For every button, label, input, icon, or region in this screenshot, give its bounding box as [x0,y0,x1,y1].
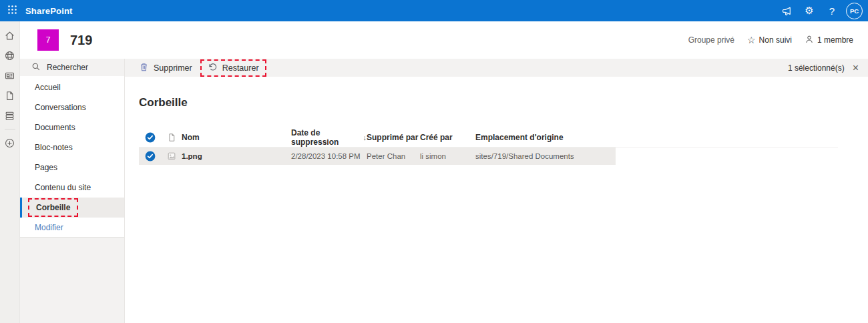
suite-bar: SharePoint ⚙ ? PC [0,0,868,21]
members-count-label: 1 membre [817,35,853,45]
list-header-row: Nom Date de suppression ↓ Supprimé par C… [139,127,838,147]
file-type-column-icon[interactable] [162,133,182,142]
row-deleted-by: Peter Chan [367,152,420,160]
delete-button[interactable]: Supprimer [139,62,192,74]
globe-icon[interactable] [0,45,20,65]
nav-label: Accueil [35,83,61,92]
sidebar-item-pages[interactable]: Pages [20,157,124,178]
page-title: Corbeille [139,96,868,109]
home-icon[interactable] [0,25,20,45]
site-header: 7 719 Groupe privé ☆ Non suivi 1 membre [20,21,868,59]
search-placeholder: Rechercher [47,63,88,72]
selection-status: 1 sélectionné(s) × [788,63,859,73]
megaphone-icon[interactable] [778,0,795,21]
column-header-deleted-by[interactable]: Supprimé par [367,133,420,142]
app-launcher-button[interactable] [0,0,24,21]
row-created-by: li simon [420,152,475,160]
command-bar: Supprimer Restaurer 1 sélectionné(s) × [125,59,868,77]
restore-button[interactable]: Restaurer [208,62,259,74]
follow-label: Non suivi [759,35,792,45]
app-rail [0,21,20,323]
sharepoint-brand-link[interactable]: SharePoint [25,6,73,16]
row-file-name[interactable]: 1.png [182,152,291,160]
column-header-name[interactable]: Nom [182,133,291,142]
row-original-location: sites/719/Shared Documents [475,152,616,160]
site-title: 719 [70,33,92,48]
column-header-original-location[interactable]: Emplacement d'origine [475,133,616,142]
sidebar-item-accueil[interactable]: Accueil [20,77,124,97]
settings-gear-icon[interactable]: ⚙ [801,0,818,21]
column-header-label: Date de suppression [291,128,361,147]
trash-icon [139,62,149,74]
sidebar-item-contenu-du-site[interactable]: Contenu du site [20,178,124,198]
sidebar-item-conversations[interactable]: Conversations [20,97,124,117]
sharepoint-recycle-bin-page: SharePoint ⚙ ? PC [0,0,868,323]
sidebar-item-bloc-notes[interactable]: Bloc-notes [20,137,124,157]
search-icon [31,62,41,73]
site-members-button[interactable]: 1 membre [805,35,853,46]
account-avatar[interactable]: PC [846,3,863,19]
star-icon: ☆ [747,35,756,45]
sidebar-item-corbeille[interactable]: Corbeille [20,198,124,218]
help-icon[interactable]: ? [823,0,841,21]
row-checkbox[interactable] [139,151,162,162]
nav-label: Pages [35,163,57,172]
rail-divider [5,129,15,129]
sidebar-item-documents[interactable]: Documents [20,117,124,137]
nav-label: Documents [35,123,75,132]
column-header-date-deleted[interactable]: Date de suppression ↓ [291,128,367,147]
lists-icon[interactable] [0,105,20,125]
news-icon[interactable] [0,65,20,85]
image-file-icon [162,151,182,161]
site-logo[interactable]: 7 [37,29,59,51]
selection-count-label: 1 sélectionné(s) [788,63,845,73]
row-date-deleted: 2/28/2023 10:58 PM [291,152,367,160]
main-content: Supprimer Restaurer 1 sélectionné(s) × C… [125,59,868,323]
restore-annotation-box: Restaurer [200,59,266,77]
search-input[interactable]: Rechercher [20,59,124,76]
nav-label: Corbeille [36,203,70,212]
delete-label: Supprimer [154,63,192,73]
nav-list: Accueil Conversations Documents Bloc-not… [20,76,124,238]
sidebar-item-modifier[interactable]: Modifier [20,218,124,238]
document-icon[interactable] [0,85,20,105]
corbeille-annotation-box: Corbeille [28,198,78,217]
nav-label: Bloc-notes [35,143,73,152]
person-icon [805,35,814,46]
suite-bar-actions: ⚙ ? PC [778,0,868,21]
follow-site-button[interactable]: ☆ Non suivi [747,35,792,45]
nav-label: Contenu du site [35,183,91,192]
site-navigation: Rechercher Accueil Conversations Documen… [20,59,125,323]
select-all-checkbox[interactable] [139,132,162,143]
create-site-icon[interactable] [0,133,20,153]
site-privacy-label: Groupe privé [688,35,734,45]
recycle-bin-list: Nom Date de suppression ↓ Supprimé par C… [139,127,868,165]
nav-label: Conversations [35,103,86,112]
nav-label: Modifier [35,223,63,232]
clear-selection-icon[interactable]: × [853,63,859,73]
waffle-icon [8,5,17,17]
restore-label: Restaurer [222,63,259,73]
column-header-created-by[interactable]: Créé par [420,133,475,142]
site-meta: Groupe privé ☆ Non suivi 1 membre [688,35,868,46]
table-row[interactable]: 1.png 2/28/2023 10:58 PM Peter Chan li s… [139,147,616,165]
restore-icon [208,62,218,74]
